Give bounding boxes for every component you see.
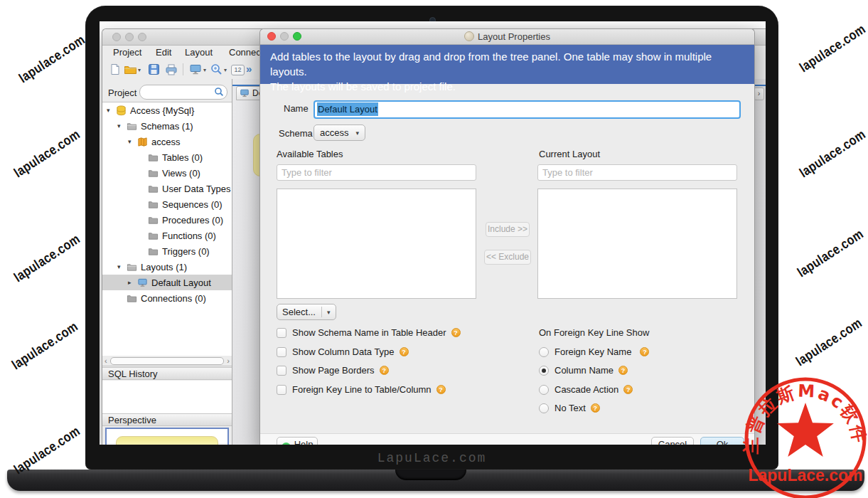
radio-icon[interactable] — [539, 385, 549, 395]
zoom-button[interactable] — [138, 33, 146, 41]
tree-expand-icon[interactable]: ▾ — [128, 138, 137, 145]
trackpad-notch — [395, 470, 466, 480]
panel-expand-icon[interactable]: › — [754, 88, 764, 100]
folder-open-icon — [127, 121, 137, 132]
radio-icon[interactable] — [539, 403, 549, 413]
dialog-titlebar[interactable]: Layout Properties — [260, 29, 754, 45]
tree-expand-icon[interactable]: ▾ — [117, 122, 127, 129]
close-button[interactable] — [112, 33, 121, 41]
star-icon — [777, 403, 834, 457]
minimize-button[interactable] — [125, 33, 134, 41]
menu-layout[interactable]: Layout — [185, 47, 213, 58]
tree-expand-icon[interactable]: ▾ — [117, 263, 127, 270]
folder-icon — [148, 184, 159, 194]
perspective-header[interactable]: Perspective — [102, 413, 232, 426]
folder-icon — [148, 246, 159, 257]
radio-no-text[interactable]: No Text ? — [539, 403, 600, 413]
tree-item-functions[interactable]: Functions (0) — [102, 228, 232, 243]
current-layout-list[interactable] — [537, 189, 737, 299]
folder-icon — [148, 152, 159, 163]
print-icon[interactable] — [165, 63, 178, 78]
folder-icon — [148, 215, 159, 226]
help-badge-icon[interactable]: ? — [400, 347, 409, 356]
checkbox-show-schema-name[interactable]: Show Schema Name in Table Header ? — [277, 327, 461, 338]
help-badge-icon[interactable]: ? — [380, 366, 389, 375]
tree-item-sequences[interactable]: Sequences (0) — [102, 196, 232, 212]
tree-expand-icon[interactable]: ▾ — [107, 107, 116, 114]
folder-open-icon — [127, 262, 137, 272]
checkbox-show-page-borders[interactable]: Show Page Borders ? — [277, 365, 389, 376]
scroll-right-icon[interactable]: › — [227, 356, 230, 366]
include-button[interactable]: Include >> — [486, 222, 530, 237]
horizontal-scrollbar[interactable]: ‹ › — [102, 356, 232, 366]
tree-item-procedures[interactable]: Procedures (0) — [102, 212, 232, 228]
tree-item-access-mysql[interactable]: ▾ Access {MySql} — [102, 102, 232, 118]
checkbox-label: Show Schema Name in Table Header — [292, 327, 446, 338]
open-folder-icon[interactable] — [124, 63, 137, 78]
help-badge-icon[interactable]: ? — [591, 403, 600, 413]
sql-history-header[interactable]: SQL History — [102, 367, 232, 380]
radio-selected-icon[interactable] — [539, 366, 549, 376]
stamp-site-text: LapuLace.com — [748, 466, 862, 484]
tree-item-schemas[interactable]: ▾ Schemas (1) — [102, 118, 232, 134]
help-badge-icon[interactable]: ? — [640, 347, 649, 356]
checkbox-icon[interactable] — [277, 385, 286, 395]
tree-item-views[interactable]: Views (0) — [102, 165, 232, 181]
checkbox-icon[interactable] — [277, 366, 286, 376]
current-layout-label: Current Layout — [539, 149, 600, 159]
radio-cascade-action[interactable]: Cascade Action ? — [539, 384, 633, 395]
select-dropdown-button[interactable]: Select... ▾ — [277, 304, 336, 320]
scrollbar-thumb[interactable] — [110, 357, 224, 365]
search-input[interactable] — [139, 85, 227, 100]
tree-item-connections[interactable]: Connections (0) — [102, 290, 232, 306]
zoom-tool-icon[interactable] — [210, 63, 223, 78]
search-icon — [214, 87, 224, 97]
radio-column-name[interactable]: Column Name ? — [539, 365, 628, 376]
layout-display-icon[interactable] — [189, 63, 202, 78]
schema-map-icon — [137, 137, 148, 147]
help-badge-icon[interactable]: ? — [618, 366, 628, 375]
tree-item-tables[interactable]: Tables (0) — [102, 149, 232, 165]
font-size-icon[interactable]: 12 — [231, 65, 245, 75]
tree-item-triggers[interactable]: Triggers (0) — [102, 243, 232, 259]
schema-dropdown[interactable]: access ▾ — [314, 124, 365, 141]
tree-item-label: access — [151, 137, 180, 147]
tree-item-default-layout[interactable]: ▸ Default Layout — [102, 275, 232, 290]
zoom-caret-icon[interactable]: ▾ — [224, 67, 227, 73]
available-tables-list[interactable] — [277, 189, 476, 299]
project-tree: ▾ Access {MySql} ▾ Schemas (1) ▾ — [102, 102, 232, 357]
display-caret-icon[interactable]: ▾ — [203, 67, 206, 73]
tree-collapse-icon[interactable]: ▸ — [128, 279, 137, 286]
menu-project[interactable]: Project — [113, 47, 141, 58]
project-panel: Project ▾ Access {MySql} ▾ S — [102, 79, 232, 445]
available-tables-filter-input[interactable] — [277, 164, 476, 181]
tree-item-user-data-types[interactable]: User Data Types (0) — [102, 181, 232, 196]
checkbox-icon[interactable] — [277, 328, 286, 338]
help-button[interactable]: ?Help — [277, 437, 318, 445]
ok-button[interactable]: Ok — [700, 437, 744, 445]
checkbox-show-column-data-type[interactable]: Show Column Data Type ? — [277, 346, 409, 357]
exclude-button[interactable]: << Exclude — [484, 250, 531, 265]
watermark-text: lapulace.com — [793, 315, 865, 369]
cancel-button[interactable]: Cancel — [651, 437, 694, 445]
toolbar-overflow-icon[interactable]: » — [246, 63, 252, 75]
menu-edit[interactable]: Edit — [156, 47, 171, 58]
new-file-icon[interactable] — [109, 63, 121, 78]
perspective-thumbnail[interactable] — [105, 428, 229, 445]
help-badge-icon[interactable]: ? — [436, 385, 446, 394]
open-caret-icon[interactable]: ▾ — [138, 67, 141, 73]
sql-history-content — [102, 381, 232, 413]
tree-item-layouts[interactable]: ▾ Layouts (1) — [102, 259, 232, 275]
current-layout-filter-input[interactable] — [537, 164, 737, 181]
scroll-left-icon[interactable]: ‹ — [105, 356, 107, 366]
tree-item-schema-access[interactable]: ▾ access — [102, 134, 232, 149]
help-badge-icon[interactable]: ? — [451, 328, 461, 337]
checkbox-fk-line-to-table-column[interactable]: Foreign Key Line to Table/Column ? — [277, 384, 446, 395]
checkbox-icon[interactable] — [277, 347, 286, 357]
save-icon[interactable] — [148, 63, 160, 78]
name-input[interactable]: Default Layout — [314, 100, 741, 119]
radio-foreign-key-name[interactable]: Foreign Key Name ? — [539, 346, 649, 357]
watermark-text: lapulace.com — [16, 32, 88, 86]
help-badge-icon[interactable]: ? — [623, 385, 633, 394]
radio-icon[interactable] — [539, 347, 549, 357]
